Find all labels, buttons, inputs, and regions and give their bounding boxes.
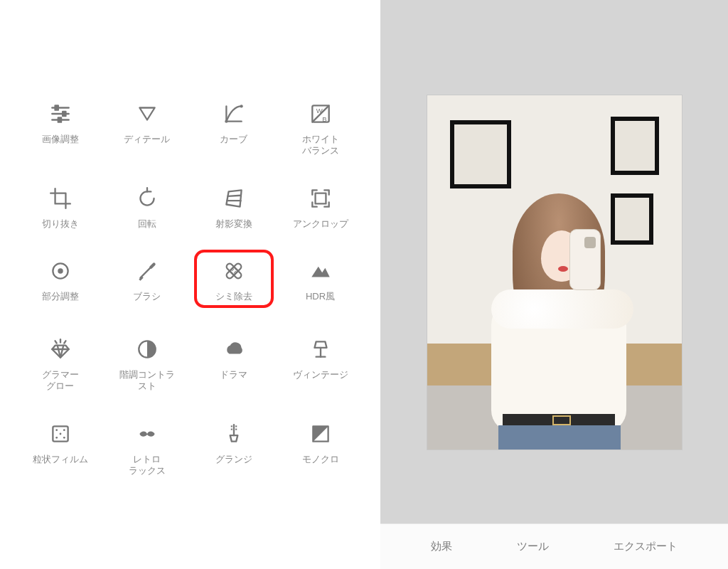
preview-image[interactable] [427, 95, 682, 450]
target-icon [46, 257, 75, 285]
svg-point-7 [225, 120, 228, 123]
tool-label: カーブ [220, 134, 247, 145]
tool-label: 射影変換 [215, 218, 252, 230]
tool-label: 画像調整 [42, 134, 79, 145]
tools-grid: 画像調整ディテールカーブWBホワイト バランス切り抜き回転射影変換アンクロップ部… [0, 100, 380, 477]
svg-rect-42 [230, 425, 232, 427]
tool-label: 部分調整 [42, 291, 79, 302]
svg-rect-45 [235, 428, 237, 430]
tool-hdr[interactable]: HDR風 [281, 257, 360, 308]
diamond-icon [46, 335, 75, 363]
wb-icon: WB [306, 100, 335, 128]
svg-text:B: B [322, 115, 326, 123]
svg-rect-4 [63, 112, 65, 116]
tool-label: モノクロ [302, 454, 339, 465]
tool-label: アンクロップ [293, 218, 348, 230]
svg-line-29 [55, 341, 56, 343]
cloud-icon [220, 335, 248, 363]
svg-point-36 [55, 429, 58, 431]
tool-glamour[interactable]: グラマー グロー [21, 335, 100, 393]
tool-tonal[interactable]: 階調コントラ スト [107, 335, 187, 393]
triangle-down-icon [133, 100, 161, 128]
tool-label: シミ除去 [215, 291, 252, 302]
svg-rect-5 [58, 117, 60, 122]
tool-rotate[interactable]: 回転 [107, 184, 187, 230]
tool-label: ドラマ [220, 369, 247, 381]
svg-marker-32 [314, 341, 326, 348]
export-button[interactable]: エクスポート [614, 540, 678, 553]
tool-healing[interactable]: シミ除去 [194, 250, 274, 308]
curve-icon [220, 100, 248, 128]
tool-label: HDR風 [306, 291, 335, 302]
svg-rect-3 [55, 105, 58, 110]
svg-rect-43 [235, 425, 237, 427]
mono-icon [306, 420, 335, 448]
rotate-icon [133, 184, 161, 213]
svg-point-18 [58, 268, 63, 273]
svg-text:W: W [316, 107, 322, 115]
uncrop-icon [306, 184, 335, 213]
tool-label: ヴィンテージ [293, 369, 348, 381]
crop-icon [46, 184, 75, 213]
lamp-icon [306, 335, 335, 363]
svg-point-8 [240, 105, 242, 107]
svg-point-37 [63, 429, 65, 431]
bandage-icon [220, 257, 248, 285]
tool-label: 粒状フィルム [33, 454, 88, 465]
svg-marker-47 [313, 426, 328, 441]
svg-rect-16 [315, 193, 326, 203]
svg-marker-6 [139, 108, 154, 120]
svg-rect-44 [230, 428, 232, 430]
brush-icon [133, 257, 161, 285]
preview-wrap [380, 0, 728, 523]
perspective-icon [220, 184, 248, 213]
tool-tune[interactable]: 画像調整 [21, 100, 100, 157]
tool-vintage[interactable]: ヴィンテージ [281, 335, 360, 393]
tool-label: グラマー グロー [42, 369, 79, 393]
tool-label: ブラシ [133, 291, 161, 302]
tool-label: ディテール [124, 134, 170, 145]
svg-line-30 [64, 341, 65, 343]
tune-icon [46, 100, 75, 128]
bottom-bar: 効果 ツール エクスポート [380, 523, 728, 569]
tool-grunge[interactable]: グランジ [194, 420, 274, 477]
tool-detail[interactable]: ディテール [107, 100, 187, 157]
effects-button[interactable]: 効果 [431, 540, 452, 553]
tool-grainy[interactable]: 粒状フィルム [21, 420, 100, 477]
tool-mono[interactable]: モノクロ [281, 420, 360, 477]
svg-point-39 [55, 436, 58, 438]
svg-point-38 [59, 432, 61, 435]
mountain-icon [306, 257, 335, 285]
tool-label: グランジ [215, 454, 252, 465]
tools-panel: 画像調整ディテールカーブWBホワイト バランス切り抜き回転射影変換アンクロップ部… [0, 0, 380, 569]
tool-retrolux[interactable]: レトロ ラックス [107, 420, 187, 477]
mustache-icon [133, 420, 161, 448]
guitar-icon [220, 420, 248, 448]
preview-panel: 効果 ツール エクスポート [380, 0, 728, 569]
half-circle-icon [133, 335, 161, 363]
tool-label: ホワイト バランス [302, 134, 339, 157]
svg-marker-13 [226, 190, 241, 206]
tool-white-balance[interactable]: WBホワイト バランス [281, 100, 360, 157]
svg-line-14 [228, 195, 240, 196]
tool-uncrop[interactable]: アンクロップ [281, 184, 360, 230]
tools-button[interactable]: ツール [517, 540, 549, 553]
tool-crop[interactable]: 切り抜き [21, 184, 100, 230]
svg-rect-20 [229, 267, 237, 275]
tool-curve[interactable]: カーブ [194, 100, 274, 157]
tool-label: 階調コントラ スト [119, 369, 175, 393]
tool-label: レトロ ラックス [129, 454, 166, 477]
tool-drama[interactable]: ドラマ [194, 335, 274, 393]
tool-perspective[interactable]: 射影変換 [194, 184, 274, 230]
tool-brush[interactable]: ブラシ [107, 257, 187, 308]
tool-label: 切り抜き [42, 218, 79, 230]
tool-selective[interactable]: 部分調整 [21, 257, 100, 308]
film-grain-icon [46, 420, 75, 448]
tool-label: 回転 [138, 218, 156, 230]
svg-point-40 [63, 436, 65, 438]
svg-marker-26 [311, 266, 330, 277]
